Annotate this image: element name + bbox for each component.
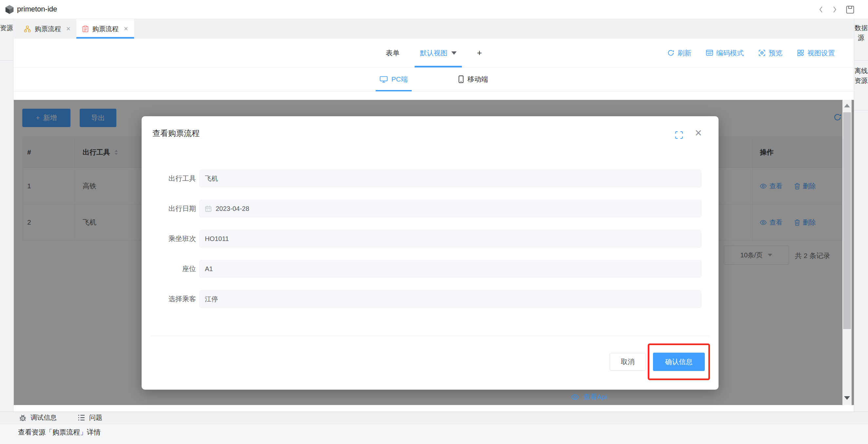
modal-title: 查看购票流程 (152, 128, 199, 138)
field-value: 2023-04-28 (216, 205, 249, 212)
field-value-input[interactable]: 飞机 (199, 170, 702, 187)
code-mode-button[interactable]: 编码模式 (706, 48, 744, 58)
debug-panel-button[interactable]: 调试信息 (19, 413, 57, 422)
editor-tab-form[interactable]: 购票流程 × (76, 19, 134, 39)
editor-tab-label: 购票流程 (35, 25, 61, 33)
view-selector-label: 默认视图 (420, 48, 447, 58)
form-field: 选择乘客 江停 (142, 290, 718, 308)
bug-icon (19, 414, 27, 421)
close-icon[interactable]: × (695, 127, 702, 139)
field-value-input[interactable]: 江停 (199, 290, 702, 308)
view-ticket-modal: 查看购票流程 × 出行工具 飞机 出行日期 2023-04-28 乘坐 (142, 116, 718, 390)
field-value-input[interactable]: 2023-04-28 (199, 200, 702, 217)
form-field: 乘坐班次 HO1011 (142, 230, 718, 247)
preview-button[interactable]: 预览 (758, 48, 782, 58)
flow-icon (24, 26, 31, 32)
right-rail: 数据源 离线资源 (854, 19, 868, 412)
field-value: A1 (205, 265, 213, 273)
editor-tab-label: 购票流程 (92, 25, 119, 33)
editor-tab-flow[interactable]: 购票流程 × (18, 19, 76, 39)
content-gap (14, 92, 854, 100)
field-value-input[interactable]: HO1011 (199, 230, 702, 247)
nav-forward-icon[interactable] (833, 6, 837, 13)
device-tab-pc-label: PC端 (392, 75, 408, 84)
field-label: 选择乘客 (142, 290, 196, 308)
view-actions: 刷新 编码模式 预览 (667, 39, 835, 67)
scroll-thumb[interactable] (843, 112, 851, 329)
field-value-input[interactable]: A1 (199, 260, 702, 278)
field-label: 座位 (142, 260, 196, 278)
device-tab-mobile[interactable]: 移动端 (454, 67, 492, 91)
vertical-scrollbar[interactable] (842, 100, 851, 405)
phone-icon (458, 75, 464, 83)
right-rail-label: 数据源 (854, 23, 868, 42)
right-rail-item-offline[interactable]: 离线资源 (854, 61, 868, 110)
form-field: 出行工具 飞机 (142, 170, 718, 187)
chevron-down-icon (452, 52, 457, 55)
scroll-up-icon[interactable] (844, 104, 850, 107)
form-tab-label[interactable]: 表单 (386, 48, 400, 58)
form-field: 出行日期 2023-04-28 (142, 200, 718, 217)
right-rail-item-datasource[interactable]: 数据源 (854, 19, 868, 61)
eye-icon (571, 394, 579, 400)
field-label: 出行工具 (142, 170, 196, 187)
status-bar: 查看资源「购票流程」详情 (0, 424, 868, 444)
view-settings-button[interactable]: 视图设置 (797, 48, 835, 58)
bottom-panel-bar: 调试信息 问题 (0, 412, 868, 423)
add-view-tab[interactable]: + (477, 48, 482, 58)
left-rail-item-resources[interactable]: 资源 (0, 19, 13, 61)
field-value: HO1011 (205, 235, 229, 243)
left-rail-label: 资源 (0, 23, 13, 33)
editor-tabbar: 购票流程 × 购票流程 × (14, 19, 854, 39)
field-value: 江停 (205, 295, 218, 304)
view-toolbar: 表单 默认视图 + 刷新 编码模式 (14, 39, 854, 67)
app-window: primeton-ide 资源 数据源 离线资源 (0, 0, 868, 444)
view-settings-label: 视图设置 (807, 48, 835, 58)
problems-panel-label: 问题 (89, 413, 102, 422)
app-logo-icon (4, 4, 15, 15)
monitor-icon (380, 76, 388, 83)
problems-panel-button[interactable]: 问题 (78, 413, 102, 422)
status-text: 查看资源「购票流程」详情 (18, 428, 101, 437)
view-api-label: 查看Api (584, 392, 607, 402)
left-rail: 资源 (0, 19, 13, 412)
app-header: primeton-ide (0, 0, 868, 19)
tab-close-icon[interactable]: × (124, 25, 128, 33)
footer-divider (151, 336, 710, 336)
nav-back-icon[interactable] (819, 6, 823, 13)
field-label: 乘坐班次 (142, 230, 196, 247)
calendar-icon (205, 205, 212, 212)
form-icon (82, 26, 89, 32)
debug-panel-label: 调试信息 (30, 413, 57, 422)
list-icon (78, 414, 85, 421)
tab-close-icon[interactable]: × (66, 25, 70, 33)
form-field: 座位 A1 (142, 260, 718, 278)
save-icon[interactable] (846, 5, 855, 14)
device-tab-pc[interactable]: PC端 (376, 67, 412, 91)
expand-icon[interactable] (675, 131, 683, 139)
right-rail-label: 离线资源 (854, 66, 868, 86)
view-selector[interactable]: 默认视图 (415, 39, 462, 67)
annotation-box (648, 343, 710, 380)
app-title: primeton-ide (17, 5, 57, 13)
cancel-button[interactable]: 取消 (610, 353, 646, 371)
refresh-label: 刷新 (678, 48, 691, 58)
field-label: 出行日期 (142, 200, 196, 217)
refresh-button[interactable]: 刷新 (667, 48, 691, 58)
device-tabbar: PC端 移动端 (14, 67, 854, 91)
preview-label: 预览 (769, 48, 782, 58)
code-mode-label: 编码模式 (716, 48, 744, 58)
scroll-down-icon[interactable] (844, 396, 850, 400)
device-tab-mobile-label: 移动端 (467, 75, 488, 84)
field-value: 飞机 (205, 174, 218, 183)
view-api-link[interactable]: 查看Api (571, 392, 607, 402)
